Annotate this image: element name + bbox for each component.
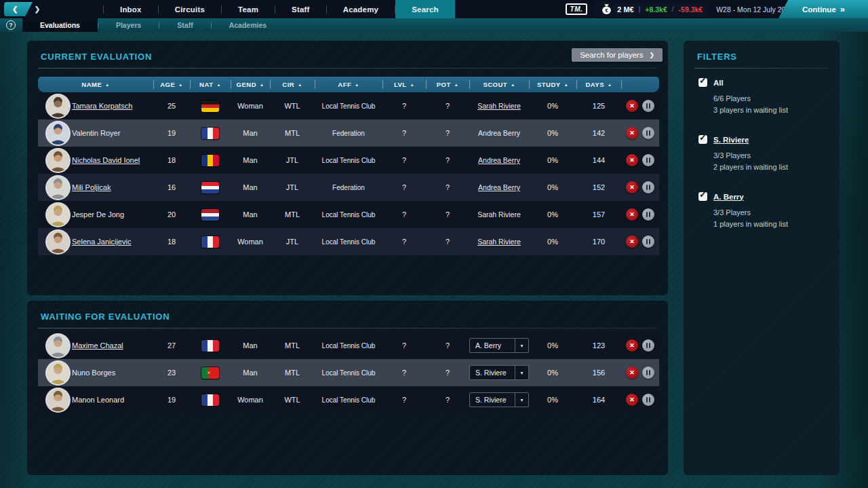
column-header-nat[interactable]: NAT ▲ xyxy=(190,77,231,92)
chevron-down-icon: ▼ xyxy=(515,339,528,352)
days-count: 157 xyxy=(576,210,621,219)
player-avatar xyxy=(47,149,69,172)
column-header-gend[interactable]: GEND ▲ xyxy=(231,77,270,92)
continue-button[interactable]: Continue » xyxy=(778,0,868,18)
table-row: Jesper De Jong 20 Man MTL Local Tennis C… xyxy=(38,201,659,228)
player-name-link[interactable]: Valentin Royer xyxy=(72,129,120,137)
balance-value: 2 M€ xyxy=(617,5,633,14)
scout-name-link[interactable]: Andrea Berry xyxy=(478,183,520,191)
checkbox[interactable]: ✓ xyxy=(698,192,707,201)
pause-evaluation-button[interactable] xyxy=(642,181,654,193)
current-evaluation-panel: CURRENT EVALUATION Search for players ❯ … xyxy=(27,41,668,295)
pause-evaluation-button[interactable] xyxy=(642,100,654,112)
player-affiliation: Local Tennis Club xyxy=(315,157,382,164)
svg-text:€: € xyxy=(606,7,608,14)
player-name-link[interactable]: Nuno Borges xyxy=(72,369,115,377)
weekly-gain: +8.3k€ xyxy=(645,5,667,14)
flag-fr-icon xyxy=(201,236,219,248)
remove-player-button[interactable]: ✕ xyxy=(626,236,638,248)
scout-name-link[interactable]: Andrea Berry xyxy=(478,156,520,164)
filters-panel: FILTERS ✓ All 6/6 Players 3 players in w… xyxy=(684,41,840,475)
remove-player-button[interactable]: ✕ xyxy=(626,367,638,379)
column-header-cir[interactable]: CIR ▲ xyxy=(270,77,315,92)
filter-players-count: 6/6 Players xyxy=(698,93,826,105)
column-header-lvl[interactable]: LVL ▲ xyxy=(382,77,426,92)
column-header-scout[interactable]: SCOUT ▲ xyxy=(469,77,529,92)
checkbox[interactable]: ✓ xyxy=(698,78,707,87)
remove-player-button[interactable]: ✕ xyxy=(626,394,638,406)
remove-player-button[interactable]: ✕ xyxy=(626,181,638,193)
player-level: ? xyxy=(382,183,426,191)
scout-select[interactable]: S. Riviere ▼ xyxy=(469,392,529,407)
player-affiliation: Local Tennis Club xyxy=(315,342,382,350)
remove-player-button[interactable]: ✕ xyxy=(626,339,638,352)
filter-item: ✓ S. Riviere 3/3 Players 2 players in wa… xyxy=(698,135,826,173)
tab-team[interactable]: Team xyxy=(222,0,275,18)
remove-player-button[interactable]: ✕ xyxy=(626,154,638,166)
scout-name-link[interactable]: Andrea Berry xyxy=(478,129,520,137)
column-header-pot[interactable]: POT ▲ xyxy=(426,77,469,92)
pause-icon xyxy=(646,103,648,109)
player-potential: ? xyxy=(426,396,469,404)
sub-nav-tabs: Evaluations Players Staff Academies xyxy=(22,18,284,32)
player-name-link[interactable]: Tamara Korpatsch xyxy=(72,102,132,110)
pause-icon xyxy=(646,157,648,163)
column-header-name[interactable]: NAME ▲ xyxy=(38,77,153,92)
player-name-link[interactable]: Selena Janicijevic xyxy=(72,238,131,246)
flag-fr-icon xyxy=(201,394,219,406)
remove-player-button[interactable]: ✕ xyxy=(626,127,638,139)
player-name-link[interactable]: Maxime Chazal xyxy=(72,341,123,350)
scout-select[interactable]: A. Berry ▼ xyxy=(469,338,529,353)
pause-evaluation-button[interactable] xyxy=(642,339,654,352)
tab-inbox[interactable]: Inbox xyxy=(104,0,158,18)
column-header-study[interactable]: STUDY ▲ xyxy=(529,77,576,92)
flag-nl-icon xyxy=(201,209,219,221)
pause-evaluation-button[interactable] xyxy=(642,127,654,139)
remove-player-button[interactable]: ✕ xyxy=(626,208,638,221)
chevron-down-icon: ▼ xyxy=(515,366,528,379)
player-level: ? xyxy=(382,129,426,137)
checkbox[interactable]: ✓ xyxy=(698,135,707,144)
help-icon[interactable]: ? xyxy=(6,20,16,30)
table-row: Mili Poljicak 16 Man JTL Federation ? ? … xyxy=(38,174,659,201)
sort-asc-icon: ▲ xyxy=(511,83,515,87)
remove-player-button[interactable]: ✕ xyxy=(626,100,638,112)
player-name-link[interactable]: Manon Leonard xyxy=(72,396,124,404)
scout-name-link[interactable]: Sarah Riviere xyxy=(477,238,521,246)
pause-evaluation-button[interactable] xyxy=(642,208,654,221)
player-name-link[interactable]: Nicholas David Ionel xyxy=(72,156,140,164)
study-progress: 0% xyxy=(529,102,576,110)
player-gender: Woman xyxy=(231,238,270,246)
panel-title: WAITING FOR EVALUATION xyxy=(27,301,668,328)
tab-academies[interactable]: Academies xyxy=(212,18,284,32)
player-circuit: JTL xyxy=(270,183,315,191)
pause-evaluation-button[interactable] xyxy=(642,367,654,379)
days-count: 144 xyxy=(576,156,621,164)
scout-name-link[interactable]: Sarah Riviere xyxy=(477,102,521,110)
pause-evaluation-button[interactable] xyxy=(642,154,654,166)
filter-label[interactable]: S. Riviere xyxy=(713,136,749,144)
player-name-link[interactable]: Mili Poljicak xyxy=(72,183,111,191)
column-header-age[interactable]: AGE ▲ xyxy=(153,77,190,92)
column-header-aff[interactable]: AFF ▲ xyxy=(315,77,382,92)
scout-name-link[interactable]: Sarah Riviere xyxy=(477,210,521,219)
player-level: ? xyxy=(382,156,426,164)
flag-ro-icon xyxy=(201,155,219,166)
divider xyxy=(38,328,657,329)
player-name-link[interactable]: Jesper De Jong xyxy=(72,210,124,219)
pause-evaluation-button[interactable] xyxy=(642,394,654,406)
table-row: Selena Janicijevic 18 Woman JTL Local Te… xyxy=(38,228,659,255)
tab-circuits[interactable]: Circuits xyxy=(159,0,221,18)
search-for-players-button[interactable]: Search for players ❯ xyxy=(572,48,663,62)
tab-search[interactable]: Search xyxy=(395,0,455,18)
scout-select[interactable]: S. Riviere ▼ xyxy=(469,365,529,380)
tab-staff[interactable]: Staff xyxy=(159,18,210,32)
tab-academy[interactable]: Academy xyxy=(327,0,395,18)
column-header-days[interactable]: DAYS ▲ xyxy=(576,77,621,92)
filter-label[interactable]: A. Berry xyxy=(713,193,744,201)
pause-evaluation-button[interactable] xyxy=(642,236,654,248)
tab-players[interactable]: Players xyxy=(98,18,159,32)
tab-staff[interactable]: Staff xyxy=(275,0,326,18)
tab-evaluations[interactable]: Evaluations xyxy=(22,18,98,32)
flag-fr-icon xyxy=(201,340,219,352)
